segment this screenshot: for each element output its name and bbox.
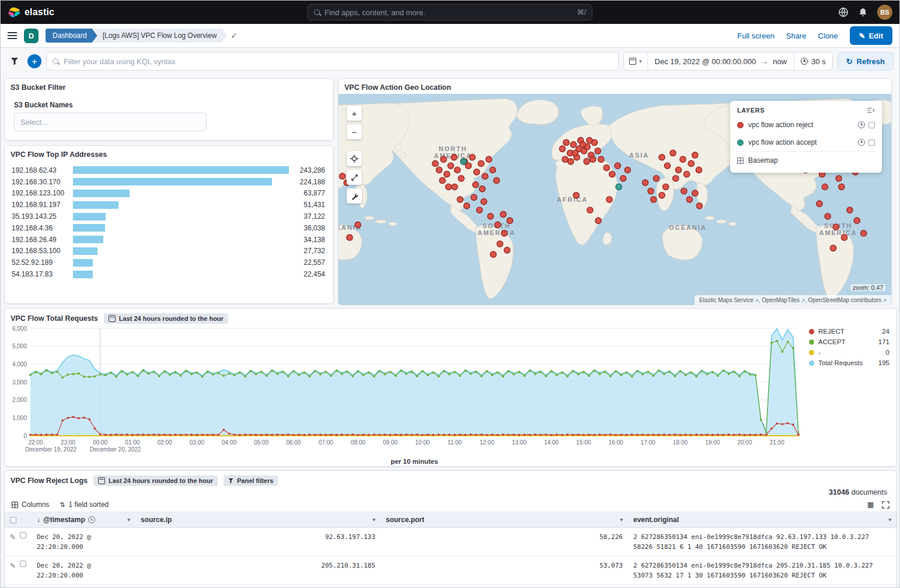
layer-item-accept[interactable]: vpc flow action accept — [737, 134, 875, 151]
calendar-menu-button[interactable]: ▾ — [624, 52, 648, 70]
global-search[interactable]: ⌘/ — [308, 4, 592, 20]
panel-title: S3 Bucket Filter — [5, 79, 333, 94]
alerts-bell-icon[interactable] — [858, 8, 868, 18]
accept-geo-point — [616, 184, 622, 190]
menu-hamburger-icon[interactable] — [8, 32, 17, 39]
attribution-link[interactable]: OpenMapTiles — [762, 297, 805, 303]
ip-bar[interactable] — [73, 224, 105, 232]
sort-desc-icon: ↓ — [37, 516, 40, 524]
pencil-icon: ✎ — [859, 32, 866, 40]
saved-query-filter-icon[interactable] — [6, 53, 23, 69]
reject-geo-point — [688, 160, 694, 166]
svg-text:09:00: 09:00 — [383, 439, 397, 446]
ip-bar[interactable] — [73, 213, 106, 220]
column-header-timestamp[interactable]: ↓@timestamp▾ — [32, 512, 135, 527]
bar-row: 192.168.62.43243,286 — [5, 164, 333, 176]
edit-row-icon[interactable]: ✎ — [10, 561, 16, 572]
attribution-link[interactable]: Elastic Maps Service — [699, 297, 759, 303]
reject-geo-point — [664, 163, 670, 169]
reject-geo-point — [451, 154, 457, 160]
time-series-chart[interactable]: 01,0002,0003,0004,0005,0006,00022:00Dece… — [7, 324, 892, 466]
table-row: ✎Dec 20, 2022 @ 22:20:20.000205.210.31.1… — [5, 556, 896, 585]
reject-geo-point — [573, 192, 579, 198]
layer-item-reject[interactable]: vpc flow action reject — [737, 116, 875, 134]
reject-geo-point — [570, 142, 576, 148]
world-map[interactable]: NORTHAMERICAASIAAFRICASOUTHAMERICAOCEANI… — [339, 94, 891, 305]
refresh-button[interactable]: ↻Refresh — [838, 52, 894, 71]
reject-logs-panel: VPC Flow Reject Logs Last 24 hours round… — [4, 470, 897, 588]
breadcrumb-page-title[interactable]: [Logs AWS] VPC Flow Log Overview — [93, 29, 228, 43]
ip-bar[interactable] — [73, 178, 272, 186]
help-icon[interactable] — [838, 7, 849, 18]
ip-label: 192.168.62.43 — [12, 166, 68, 174]
svg-text:23:00: 23:00 — [61, 439, 75, 446]
ip-bar[interactable] — [73, 190, 130, 197]
sort-fields-button[interactable]: ⇅1 field sorted — [60, 501, 109, 509]
kql-query-input-wrap — [46, 52, 619, 71]
zoom-out-button[interactable]: − — [347, 124, 362, 139]
row-checkbox[interactable] — [20, 532, 26, 538]
select-all-checkbox[interactable] — [10, 517, 16, 523]
layer-checkbox[interactable] — [868, 122, 875, 128]
column-header-source-ip[interactable]: source.ip▾ — [135, 512, 381, 527]
space-badge[interactable]: D — [24, 29, 39, 43]
column-header-event-original[interactable]: event.original▾ — [628, 512, 896, 527]
ip-bar[interactable] — [73, 166, 289, 174]
bar-row: 54.183.17.8322,454 — [5, 268, 333, 280]
attribution-link[interactable]: OpenStreetMap contributors — [808, 297, 887, 303]
ip-label: 35.193.143.25 — [12, 212, 68, 220]
reject-geo-point — [563, 139, 569, 145]
display-options-icon[interactable]: ▦ — [867, 501, 874, 509]
layer-time-icon — [858, 139, 865, 146]
ip-label: 192.168.4.36 — [12, 224, 68, 232]
ip-bar[interactable] — [73, 271, 93, 278]
column-header-source-port[interactable]: source.port▾ — [381, 512, 628, 527]
expand-map-icon[interactable] — [347, 170, 362, 185]
fullscreen-icon[interactable] — [882, 501, 889, 509]
zoom-in-button[interactable]: + — [347, 106, 362, 121]
reject-geo-point — [659, 154, 665, 160]
user-avatar[interactable]: BS — [877, 5, 892, 20]
add-control-button[interactable]: + — [27, 54, 41, 68]
continent-label: ASIA — [629, 152, 649, 159]
search-shortcut: ⌘/ — [577, 8, 586, 16]
ip-label: 192.168.123.100 — [12, 189, 68, 197]
edit-row-icon[interactable]: ✎ — [10, 532, 16, 543]
date-range-end[interactable]: now — [773, 57, 787, 66]
map-tools-icon[interactable] — [347, 188, 362, 204]
ip-bar[interactable] — [73, 201, 118, 209]
breadcrumb-dashboard[interactable]: Dashboard — [46, 29, 97, 43]
cell-source-ip: 92.63.197.133 — [135, 528, 381, 556]
full-screen-link[interactable]: Full screen — [737, 32, 775, 40]
reject-geo-point — [659, 192, 665, 198]
date-range-start[interactable]: Dec 19, 2022 @ 00:00:00.000 — [655, 57, 756, 66]
ip-bar[interactable] — [73, 259, 93, 267]
reject-geo-point — [696, 203, 702, 209]
reject-geo-point — [696, 167, 702, 173]
columns-button[interactable]: Columns — [12, 501, 49, 509]
edit-button[interactable]: ✎Edit — [850, 26, 892, 45]
global-search-input[interactable] — [325, 8, 573, 17]
row-checkbox[interactable] — [20, 561, 26, 567]
ip-bar[interactable] — [73, 247, 97, 255]
reject-geo-point — [487, 214, 493, 219]
reject-geo-point — [458, 176, 464, 181]
collapse-layers-icon[interactable] — [867, 107, 875, 114]
share-link[interactable]: Share — [786, 32, 807, 40]
s3-bucket-select[interactable]: Select... — [14, 113, 207, 131]
refresh-interval-button[interactable]: 30 s — [794, 52, 832, 70]
fit-to-data-icon[interactable] — [347, 151, 362, 166]
layer-checkbox[interactable] — [868, 139, 875, 146]
continent-label: AFRICA — [557, 196, 588, 203]
svg-text:December 20, 2022: December 20, 2022 — [90, 446, 141, 453]
reject-geo-point — [606, 197, 612, 202]
cell-event-original: 2 627286350134 eni-0e1999c8e7918dfca 205… — [628, 556, 896, 584]
reject-geo-point — [494, 177, 500, 183]
svg-text:01:00: 01:00 — [125, 439, 139, 446]
clone-link[interactable]: Clone — [818, 32, 838, 40]
kql-query-input[interactable] — [64, 57, 612, 66]
ip-bar[interactable] — [73, 236, 103, 243]
reject-geo-point — [860, 230, 866, 236]
layer-item-basemap[interactable]: Basemap — [737, 151, 875, 169]
elastic-logo[interactable]: elastic — [8, 6, 130, 19]
